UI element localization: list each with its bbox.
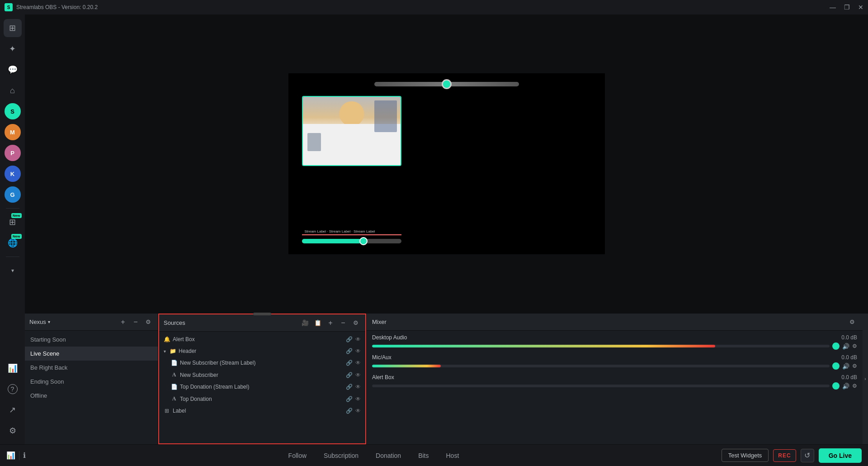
main-content: ⊞ ✦ 💬 ⌂ S M P K G ⊞ New 🌐 (0, 14, 868, 444)
mixer-desktop-db: 0.0 dB (841, 334, 857, 341)
titlebar: S Streamlabs OBS - Version: 0.20.2 — ❐ ✕ (0, 0, 868, 14)
sidebar-item-editor[interactable]: ✦ (4, 40, 22, 58)
scenes-settings-button[interactable]: ⚙ (143, 317, 153, 327)
source-actions-newsub: 🔗 👁 (346, 372, 361, 378)
test-widgets-button[interactable]: Test Widgets (722, 449, 769, 462)
preview-area: Stream Label · Stream Label · Stream Lab… (25, 14, 868, 313)
reset-button[interactable]: ↺ (801, 449, 814, 462)
alert-type-bits[interactable]: Bits (411, 449, 436, 462)
source-lock-topdono[interactable]: 🔗 (346, 396, 353, 402)
mixer-alert-knob[interactable] (832, 382, 840, 390)
source-name-alertbox: Alert Box (173, 336, 343, 342)
canvas-preview: Stream Label · Stream Label · Stream Lab… (288, 73, 605, 254)
scenes-add-button[interactable]: + (118, 317, 128, 327)
source-item-alertbox[interactable]: 🔔 Alert Box 🔗 👁 (159, 333, 365, 345)
sidebar-item-scenes[interactable]: ⊞ (4, 19, 22, 37)
bottom-panels: Nexus ▾ + − ⚙ Starting Soon Live Scene B… (25, 313, 868, 444)
alert-type-donation[interactable]: Donation (368, 449, 408, 462)
source-list: 🔔 Alert Box 🔗 👁 ▾ 📁 Header 🔗 (159, 332, 365, 443)
source-item-newsub[interactable]: A New Subscriber 🔗 👁 (159, 369, 365, 381)
alert-type-subscription[interactable]: Subscription (316, 449, 366, 462)
avatar-5: G (5, 186, 21, 203)
avatar-4: K (5, 166, 21, 182)
source-name-topdono: Top Donation (180, 396, 343, 402)
sources-camera-button[interactable]: 🎥 (300, 318, 310, 328)
source-item-topdono[interactable]: A Top Donation 🔗 👁 (159, 393, 365, 405)
source-lock-topdonolabel[interactable]: 🔗 (346, 384, 353, 390)
stream-webcam (302, 96, 401, 166)
mixer-desktop-knob[interactable] (832, 342, 840, 350)
alert-type-host[interactable]: Host (439, 449, 466, 462)
scene-item-live[interactable]: Live Scene (25, 347, 158, 361)
sources-media-button[interactable]: 📋 (313, 318, 323, 328)
source-lock-header[interactable]: 🔗 (346, 348, 353, 354)
alert-type-follow[interactable]: Follow (281, 449, 314, 462)
mixer-alert-vol[interactable]: 🔊 (842, 383, 849, 390)
scene-item-offline[interactable]: Offline (25, 389, 158, 403)
source-eye-newsublabel[interactable]: 👁 (355, 360, 361, 366)
right-collapse[interactable]: › (863, 314, 868, 444)
sources-settings-button[interactable]: ⚙ (351, 318, 361, 328)
mixer-desktop-gear[interactable]: ⚙ (852, 343, 857, 349)
mixer-mic-bar (372, 365, 830, 367)
mixer-settings-button[interactable]: ⚙ (847, 317, 857, 327)
mixer-desktop-name: Desktop Audio (372, 334, 407, 341)
mixer-alert-gear[interactable]: ⚙ (852, 383, 857, 389)
source-lock-alertbox[interactable]: 🔗 (346, 336, 353, 342)
bar-chart-icon[interactable]: 📊 (6, 451, 15, 460)
source-eye-topdono[interactable]: 👁 (355, 396, 361, 402)
scene-item-starting-soon[interactable]: Starting Soon (25, 333, 158, 347)
sidebar-item-avatar5[interactable]: G (4, 185, 22, 204)
sidebar-item-avatar2[interactable]: M (4, 123, 22, 141)
window-controls: — ❐ ✕ (830, 4, 863, 11)
source-item-topdono-label[interactable]: 📄 Top Donation (Stream Label) 🔗 👁 (159, 381, 365, 393)
text-icon-2: A (171, 395, 177, 402)
scenes-remove-button[interactable]: − (131, 317, 141, 327)
source-name-label: Label (173, 408, 343, 414)
sidebar-item-stats[interactable]: 📊 (4, 359, 22, 377)
mixer-mic-knob[interactable] (832, 362, 840, 370)
drag-handle[interactable] (253, 313, 271, 315)
mixer-mic-vol[interactable]: 🔊 (842, 363, 849, 370)
scenes-dropdown[interactable]: Nexus ▾ (29, 319, 50, 325)
minimize-button[interactable]: — (830, 4, 836, 11)
sidebar-item-avatar3[interactable]: P (4, 144, 22, 162)
stats-icon: 📊 (8, 363, 18, 373)
sidebar-item-share[interactable]: ↗ (4, 401, 22, 419)
source-item-label[interactable]: ⊞ Label 🔗 👁 (159, 405, 365, 417)
source-eye-topdonolabel[interactable]: 👁 (355, 384, 361, 390)
sidebar-item-help[interactable]: ? (4, 380, 22, 398)
sidebar-item-chevron[interactable]: ▾ (4, 262, 22, 280)
go-live-button[interactable]: Go Live (819, 448, 862, 463)
info-icon[interactable]: ℹ (23, 451, 26, 460)
titlebar-left: S Streamlabs OBS - Version: 0.20.2 (5, 3, 98, 11)
mixer-desktop-vol[interactable]: 🔊 (842, 343, 849, 350)
source-actions-topdono: 🔗 👁 (346, 396, 361, 402)
rec-button[interactable]: REC (773, 449, 796, 462)
sidebar-item-settings[interactable]: ⚙ (4, 422, 22, 440)
sidebar-item-dashboard[interactable]: ⌂ (4, 81, 22, 100)
sources-remove-button[interactable]: − (338, 318, 348, 328)
maximize-button[interactable]: ❐ (844, 4, 850, 11)
sidebar-item-chat[interactable]: 💬 (4, 61, 22, 79)
mixer-mic-gear[interactable]: ⚙ (852, 363, 857, 369)
source-eye-label[interactable]: 👁 (355, 408, 361, 414)
source-eye-alertbox[interactable]: 👁 (355, 336, 361, 342)
source-item-newsub-label[interactable]: 📄 New Subscriber (Stream Label) 🔗 👁 (159, 357, 365, 369)
source-eye-newsub[interactable]: 👁 (355, 372, 361, 378)
overlay-bar-fill (302, 239, 362, 243)
sources-add-button[interactable]: + (326, 318, 335, 328)
sidebar-item-plugins[interactable]: ⊞ New (4, 213, 22, 231)
scene-item-ending[interactable]: Ending Soon (25, 375, 158, 389)
sidebar-item-globe[interactable]: 🌐 New (4, 234, 22, 252)
sidebar-item-avatar1[interactable]: S (4, 102, 22, 120)
source-lock-newsublabel[interactable]: 🔗 (346, 360, 353, 366)
source-eye-header[interactable]: 👁 (355, 348, 361, 354)
close-button[interactable]: ✕ (858, 4, 863, 11)
source-lock-newsub[interactable]: 🔗 (346, 372, 353, 378)
source-lock-label[interactable]: 🔗 (346, 408, 353, 414)
source-item-header[interactable]: ▾ 📁 Header 🔗 👁 (159, 345, 365, 357)
doc-icon-2: 📄 (171, 384, 177, 390)
scene-item-brb[interactable]: Be Right Back (25, 361, 158, 375)
sidebar-item-avatar4[interactable]: K (4, 165, 22, 183)
